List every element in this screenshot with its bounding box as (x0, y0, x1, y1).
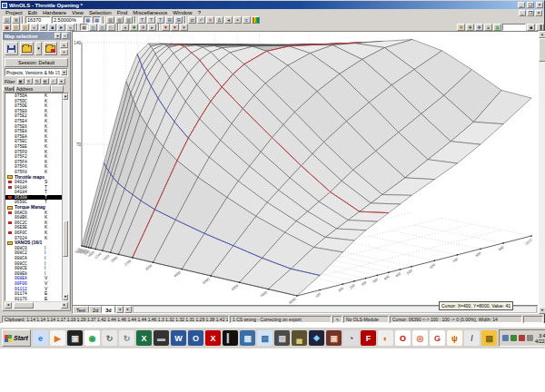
hardware-tool-icon[interactable]: ▄ (292, 330, 307, 346)
pack-button[interactable]: ▦ (493, 24, 501, 31)
project-info-button[interactable]: ▣ (3, 24, 11, 31)
filter-k-button[interactable]: K (25, 78, 33, 84)
chevron-down-icon[interactable]: ▾ (61, 69, 67, 75)
ie-icon[interactable]: e (33, 330, 48, 346)
open-version-button[interactable] (20, 42, 34, 55)
panel-header[interactable]: Map selection ▾ × (3, 32, 70, 40)
blue-app-icon[interactable]: ▦ (240, 330, 255, 346)
pin-button[interactable]: ▐ (536, 24, 544, 31)
usb-tool-icon[interactable]: ▬ (154, 330, 169, 346)
columns-4-button[interactable]: ⊞ (165, 16, 173, 24)
clock-app-icon[interactable]: ◔ (343, 330, 359, 346)
list-button[interactable]: ≡ (243, 16, 251, 24)
view-2d-button[interactable]: ▦ (84, 16, 92, 24)
scroll-left-icon[interactable]: ◄ (5, 302, 12, 309)
columns-2-button[interactable]: T (147, 16, 155, 24)
swap-button[interactable]: ⇄ (188, 16, 196, 24)
map-in-button[interactable]: ▲ (60, 42, 68, 48)
outlook-icon[interactable]: O (188, 330, 203, 346)
columns-3-button[interactable]: T (156, 16, 164, 24)
nav-next-button[interactable]: ► (57, 24, 65, 31)
claw-tool-icon[interactable]: ψ (447, 330, 462, 346)
nav-stop-button[interactable]: ■ (48, 24, 56, 31)
open-button[interactable]: ▨ (12, 24, 20, 31)
tab-3d[interactable]: 3d (102, 306, 114, 313)
import-maps-button[interactable] (44, 42, 57, 55)
menu-view[interactable]: View (69, 9, 86, 16)
menu-project[interactable]: Project (3, 9, 25, 16)
view-3d-button[interactable]: ▦ (93, 16, 101, 24)
column-marker[interactable]: Marker (3, 85, 15, 93)
excel-icon[interactable]: X (136, 330, 152, 346)
tab-scroll-right-icon[interactable]: ► (124, 306, 132, 313)
photo-viewer-icon[interactable]: ▣ (67, 330, 83, 346)
panel-pin-button[interactable]: ▾ (54, 33, 61, 39)
add-button[interactable]: ✚ (130, 24, 138, 31)
opera-icon[interactable]: O (395, 330, 411, 346)
zoom-in-button[interactable]: ◎ (89, 24, 97, 31)
nav-last-button[interactable]: » (66, 24, 74, 31)
firefox-icon[interactable]: ◐ (378, 330, 393, 346)
client-button[interactable]: ❖ (475, 24, 483, 31)
shift-right-button[interactable]: ▸ (148, 24, 156, 31)
word-view-button[interactable]: ▥ (115, 16, 124, 24)
map-marker-1-button[interactable]: ▼ (162, 24, 170, 31)
text-view-button[interactable]: ≣ (12, 16, 20, 24)
sync-1-icon[interactable]: ↻ (102, 330, 117, 346)
map-vertical-scrollbar[interactable]: ▲ ▼ (539, 31, 545, 314)
menu-window[interactable]: Window (170, 9, 194, 16)
scroll-down-icon[interactable]: ▼ (539, 307, 545, 314)
winols-icon[interactable]: ❖ (309, 330, 324, 346)
panel-close-button[interactable]: × (62, 33, 68, 39)
wrench-icon[interactable]: / (464, 330, 480, 346)
hexdump-button[interactable]: ▤ (3, 16, 11, 24)
ring-icon[interactable]: ◎ (412, 330, 428, 346)
scroll-down-icon[interactable]: ▼ (63, 294, 68, 300)
open-version-dd-button[interactable]: ▾ (35, 42, 42, 55)
mdi-restore-button[interactable]: ❐ (527, 10, 534, 16)
columns-1-button[interactable]: T (138, 16, 146, 24)
scroll-right-icon[interactable]: ► (61, 302, 68, 309)
scroll-thumb[interactable] (539, 38, 545, 62)
start-button[interactable]: Start (2, 329, 31, 347)
checksum-button[interactable]: ✱ (457, 24, 465, 31)
menu-hardware[interactable]: Hardware (40, 9, 69, 16)
family-button[interactable]: ✚ (466, 24, 474, 31)
zoom-out-button[interactable]: ◎ (98, 24, 106, 31)
map-list-button[interactable]: ▾ (180, 24, 188, 31)
menu-selection[interactable]: Selection (86, 9, 114, 16)
red-app-icon[interactable]: F (361, 330, 376, 346)
maps-chart-button[interactable]: ▲ (484, 24, 492, 31)
tab-2d[interactable]: 2d (89, 306, 102, 313)
byte-view-button[interactable]: ▥ (106, 16, 114, 24)
scroll-up-icon[interactable]: ▲ (539, 31, 545, 38)
notes-icon[interactable]: ▤ (257, 330, 272, 346)
tab-text[interactable]: Text (73, 306, 89, 313)
menu-edit[interactable]: Edit (25, 9, 40, 16)
menu-[interactable]: ? (195, 9, 203, 16)
menu-find[interactable]: Find (114, 9, 131, 16)
sync-2-icon[interactable]: ↻ (119, 330, 134, 346)
value-field[interactable]: 16370 (25, 16, 51, 24)
media-player-icon[interactable]: ▶ (50, 330, 65, 346)
tab-scroll-left-icon[interactable]: ◄ (116, 306, 124, 313)
excel-red-icon[interactable]: X (205, 330, 221, 346)
tray-volume-icon[interactable] (502, 335, 509, 341)
column-sort[interactable] (51, 85, 64, 93)
word-icon[interactable]: W (171, 330, 186, 346)
filter-pct-button[interactable]: % (34, 78, 41, 84)
grid-button[interactable]: ▦ (80, 24, 88, 31)
drive-icon[interactable]: ▤ (274, 330, 290, 346)
nav-first-button[interactable]: « (30, 24, 38, 31)
tray-shield-icon[interactable] (519, 335, 525, 341)
undo-button[interactable]: ↶ (197, 16, 205, 24)
save-version-button[interactable] (5, 42, 18, 55)
mdi-minimize-button[interactable]: _ (519, 10, 526, 16)
delete-button[interactable]: ✕ (206, 16, 214, 24)
colors-button[interactable] (252, 16, 260, 24)
folder-yellow-icon[interactable]: ▤ (481, 330, 497, 346)
map-out-button[interactable]: ▼ (60, 49, 68, 55)
map-row[interactable]: 01176E (5, 297, 62, 300)
zoom-field[interactable]: 2.50000% (52, 16, 83, 24)
panel-vertical-scrollbar[interactable]: ▲ ▼ (62, 93, 68, 300)
